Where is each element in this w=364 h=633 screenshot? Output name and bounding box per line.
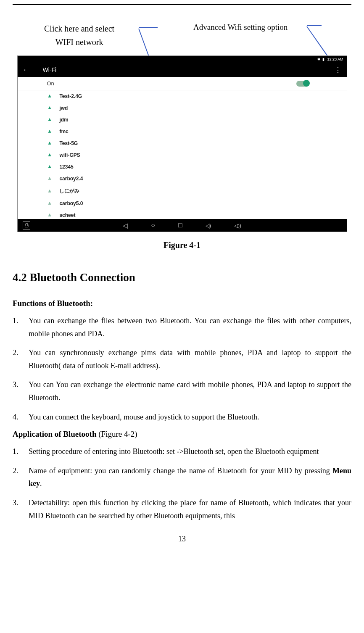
wifi-item[interactable]: しにがみ xyxy=(18,185,347,198)
list-number: 2. xyxy=(13,346,29,372)
list-item: 3.Detectability: open this function by c… xyxy=(13,496,351,522)
wifi-item[interactable]: Test-5G xyxy=(18,137,347,149)
annotation-area: Click here and select WIFI network Advan… xyxy=(13,22,351,55)
android-status-bar: 12:23 AM xyxy=(18,56,347,63)
wifi-item[interactable]: 12345 xyxy=(18,161,347,173)
list-number: 2. xyxy=(13,464,29,490)
wifi-item[interactable]: jwd xyxy=(18,102,347,114)
wifi-settings-screenshot: 12:23 AM ← Wi-Fi ⋮ On Test-2.4G jwd jdm … xyxy=(17,55,347,232)
wifi-name: scheet xyxy=(59,212,75,218)
back-arrow-icon[interactable]: ← xyxy=(23,66,30,74)
figure-caption: Figure 4-1 xyxy=(13,240,351,250)
list-number: 3. xyxy=(13,378,29,404)
annotation-line-2-h xyxy=(307,25,322,26)
list-item: 2.Name of equipment: you can randomly ch… xyxy=(13,464,351,490)
battery-icon xyxy=(322,57,324,61)
functions-subheading: Functions of Bluetooth: xyxy=(13,299,351,308)
wifi-signal-icon xyxy=(47,152,52,158)
wifi-name: 12345 xyxy=(59,164,73,170)
wifi-signal-icon xyxy=(47,188,52,194)
wifi-toggle-switch[interactable] xyxy=(296,81,309,87)
status-icons xyxy=(317,57,324,61)
list-number: 1. xyxy=(13,445,29,458)
list-item: 3.You can You can exchange the electroni… xyxy=(13,378,351,404)
section-heading: 4.2 Bluetooth Connection xyxy=(13,271,351,284)
nav-recent-icon[interactable] xyxy=(178,222,182,229)
wifi-signal-icon xyxy=(47,93,52,99)
wifi-name: Test-2.4G xyxy=(59,93,82,99)
annotation-right: Advanced Wifi setting option xyxy=(193,23,288,32)
application-list: 1.Setting procedure of entering into Blu… xyxy=(13,445,351,522)
wifi-name: Test-5G xyxy=(59,140,78,146)
list-item: 1.You can exchange the files between two… xyxy=(13,314,351,340)
list-item: 2.You can synchronously exchange pims da… xyxy=(13,346,351,372)
wifi-network-list: Test-2.4G jwd jdm fmc Test-5G wifi-GPS 1… xyxy=(18,90,347,219)
wifi-item[interactable]: scheet xyxy=(18,209,347,219)
list-text: Name of equipment: you can randomly chan… xyxy=(29,464,351,490)
wifi-item[interactable]: carboy2.4 xyxy=(18,173,347,185)
annotation-left: Click here and select WIFI network xyxy=(44,22,114,49)
list-text: You can exchange the files between two B… xyxy=(29,314,351,340)
annotation-left-line2: WIFI network xyxy=(44,35,114,49)
nav-back-icon[interactable] xyxy=(123,222,128,229)
overflow-menu-icon[interactable]: ⋮ xyxy=(334,68,342,72)
nav-volume-up-icon[interactable] xyxy=(234,222,241,229)
status-time: 12:23 AM xyxy=(327,57,343,61)
toggle-label: On xyxy=(47,80,54,87)
list-number: 3. xyxy=(13,496,29,522)
application-subheading-bold: Application of Bluetooth xyxy=(13,430,97,438)
list-number: 4. xyxy=(13,411,29,424)
wifi-item[interactable]: Test-2.4G xyxy=(18,90,347,102)
wifi-name: fmc xyxy=(59,129,68,135)
wifi-name: carboy2.4 xyxy=(59,176,83,182)
list-text: Setting procedure of entering into Bluet… xyxy=(29,445,351,458)
wifi-signal-icon xyxy=(47,212,52,218)
wifi-signal-icon xyxy=(47,129,52,135)
wifi-signal-icon xyxy=(47,164,52,170)
wifi-item[interactable]: carboy5.0 xyxy=(18,198,347,209)
application-subheading: Application of Bluetooth (Figure 4-2) xyxy=(13,430,351,439)
list-item: 1.Setting procedure of entering into Blu… xyxy=(13,445,351,458)
wifi-toggle-row: On xyxy=(18,77,347,90)
list-text: You can synchronously exchange pims data… xyxy=(29,346,351,372)
wifi-name: jdm xyxy=(59,117,68,123)
top-rule xyxy=(13,4,351,5)
page-number: 13 xyxy=(13,535,351,543)
list-text: You can connect the keyboard, mouse and … xyxy=(29,411,351,424)
wifi-signal-icon xyxy=(47,176,52,182)
wifi-name: しにがみ xyxy=(59,187,79,195)
list-text: Detectability: open this function by cli… xyxy=(29,496,351,522)
wifi-signal-icon xyxy=(47,140,52,146)
wifi-name: wifi-GPS xyxy=(59,152,80,158)
application-subheading-rest: (Figure 4-2) xyxy=(97,430,137,438)
list-text: You can You can exchange the electronic … xyxy=(29,378,351,404)
annotation-left-line1: Click here and select xyxy=(44,22,114,35)
list-item: 4.You can connect the keyboard, mouse an… xyxy=(13,411,351,424)
wifi-item[interactable]: fmc xyxy=(18,126,347,137)
wifi-signal-icon xyxy=(47,105,52,111)
wifi-item[interactable]: jdm xyxy=(18,114,347,126)
wifi-header: ← Wi-Fi ⋮ xyxy=(18,63,347,77)
android-nav-bar: ⎙ xyxy=(18,219,347,232)
annotation-line-1-h xyxy=(139,27,158,28)
list-number: 1. xyxy=(13,314,29,340)
wifi-name: jwd xyxy=(59,105,68,111)
bluetooth-icon xyxy=(317,57,321,61)
screenshot-icon[interactable]: ⎙ xyxy=(23,221,30,229)
annotation-line-1-d xyxy=(138,29,149,56)
functions-list: 1.You can exchange the files between two… xyxy=(13,314,351,423)
wifi-signal-icon xyxy=(47,117,52,123)
wifi-title: Wi-Fi xyxy=(43,66,57,73)
wifi-signal-icon xyxy=(47,200,52,206)
nav-home-icon[interactable] xyxy=(151,222,155,229)
nav-volume-down-icon[interactable] xyxy=(206,222,211,229)
wifi-item[interactable]: wifi-GPS xyxy=(18,149,347,161)
wifi-name: carboy5.0 xyxy=(59,200,83,206)
